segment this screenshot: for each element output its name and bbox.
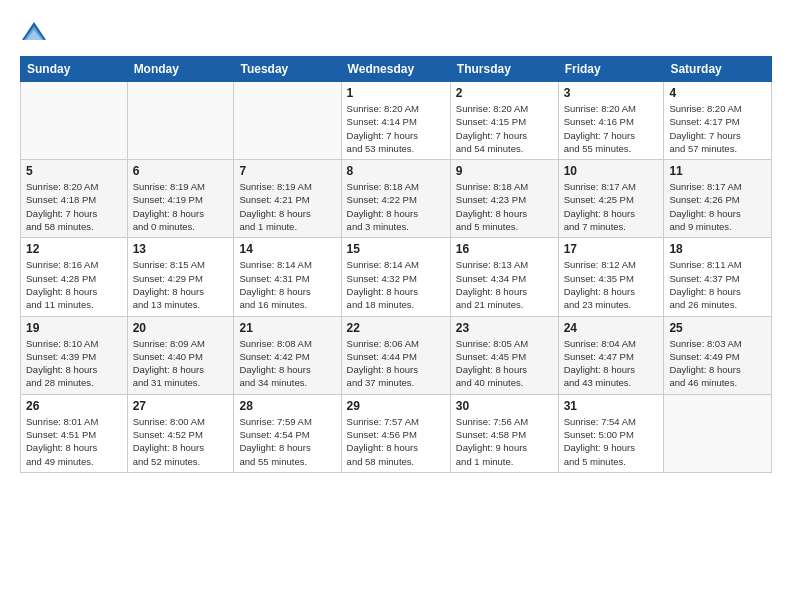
day-info: Sunrise: 8:20 AM Sunset: 4:15 PM Dayligh… bbox=[456, 102, 553, 155]
day-number: 5 bbox=[26, 164, 122, 178]
day-number: 17 bbox=[564, 242, 659, 256]
day-number: 2 bbox=[456, 86, 553, 100]
day-number: 10 bbox=[564, 164, 659, 178]
week-row-4: 19Sunrise: 8:10 AM Sunset: 4:39 PM Dayli… bbox=[21, 316, 772, 394]
day-info: Sunrise: 8:08 AM Sunset: 4:42 PM Dayligh… bbox=[239, 337, 335, 390]
day-number: 26 bbox=[26, 399, 122, 413]
day-info: Sunrise: 7:57 AM Sunset: 4:56 PM Dayligh… bbox=[347, 415, 445, 468]
day-cell: 28Sunrise: 7:59 AM Sunset: 4:54 PM Dayli… bbox=[234, 394, 341, 472]
day-info: Sunrise: 8:15 AM Sunset: 4:29 PM Dayligh… bbox=[133, 258, 229, 311]
day-cell: 7Sunrise: 8:19 AM Sunset: 4:21 PM Daylig… bbox=[234, 160, 341, 238]
day-info: Sunrise: 8:14 AM Sunset: 4:31 PM Dayligh… bbox=[239, 258, 335, 311]
day-number: 1 bbox=[347, 86, 445, 100]
day-number: 24 bbox=[564, 321, 659, 335]
day-cell: 3Sunrise: 8:20 AM Sunset: 4:16 PM Daylig… bbox=[558, 82, 664, 160]
day-number: 20 bbox=[133, 321, 229, 335]
logo bbox=[20, 18, 52, 46]
day-cell: 10Sunrise: 8:17 AM Sunset: 4:25 PM Dayli… bbox=[558, 160, 664, 238]
col-header-saturday: Saturday bbox=[664, 57, 772, 82]
header-row: SundayMondayTuesdayWednesdayThursdayFrid… bbox=[21, 57, 772, 82]
day-cell: 9Sunrise: 8:18 AM Sunset: 4:23 PM Daylig… bbox=[450, 160, 558, 238]
col-header-sunday: Sunday bbox=[21, 57, 128, 82]
day-cell: 12Sunrise: 8:16 AM Sunset: 4:28 PM Dayli… bbox=[21, 238, 128, 316]
day-cell bbox=[127, 82, 234, 160]
day-info: Sunrise: 8:17 AM Sunset: 4:25 PM Dayligh… bbox=[564, 180, 659, 233]
day-info: Sunrise: 7:56 AM Sunset: 4:58 PM Dayligh… bbox=[456, 415, 553, 468]
day-info: Sunrise: 8:18 AM Sunset: 4:22 PM Dayligh… bbox=[347, 180, 445, 233]
day-cell: 21Sunrise: 8:08 AM Sunset: 4:42 PM Dayli… bbox=[234, 316, 341, 394]
day-number: 7 bbox=[239, 164, 335, 178]
day-cell: 15Sunrise: 8:14 AM Sunset: 4:32 PM Dayli… bbox=[341, 238, 450, 316]
week-row-1: 1Sunrise: 8:20 AM Sunset: 4:14 PM Daylig… bbox=[21, 82, 772, 160]
day-cell: 1Sunrise: 8:20 AM Sunset: 4:14 PM Daylig… bbox=[341, 82, 450, 160]
day-info: Sunrise: 8:09 AM Sunset: 4:40 PM Dayligh… bbox=[133, 337, 229, 390]
day-number: 14 bbox=[239, 242, 335, 256]
day-number: 18 bbox=[669, 242, 766, 256]
day-cell: 16Sunrise: 8:13 AM Sunset: 4:34 PM Dayli… bbox=[450, 238, 558, 316]
day-info: Sunrise: 8:12 AM Sunset: 4:35 PM Dayligh… bbox=[564, 258, 659, 311]
week-row-5: 26Sunrise: 8:01 AM Sunset: 4:51 PM Dayli… bbox=[21, 394, 772, 472]
day-number: 4 bbox=[669, 86, 766, 100]
day-cell: 24Sunrise: 8:04 AM Sunset: 4:47 PM Dayli… bbox=[558, 316, 664, 394]
day-info: Sunrise: 8:05 AM Sunset: 4:45 PM Dayligh… bbox=[456, 337, 553, 390]
day-number: 16 bbox=[456, 242, 553, 256]
day-number: 23 bbox=[456, 321, 553, 335]
day-info: Sunrise: 8:18 AM Sunset: 4:23 PM Dayligh… bbox=[456, 180, 553, 233]
page: SundayMondayTuesdayWednesdayThursdayFrid… bbox=[0, 0, 792, 612]
day-cell: 11Sunrise: 8:17 AM Sunset: 4:26 PM Dayli… bbox=[664, 160, 772, 238]
day-info: Sunrise: 8:00 AM Sunset: 4:52 PM Dayligh… bbox=[133, 415, 229, 468]
day-number: 9 bbox=[456, 164, 553, 178]
col-header-tuesday: Tuesday bbox=[234, 57, 341, 82]
col-header-thursday: Thursday bbox=[450, 57, 558, 82]
day-number: 27 bbox=[133, 399, 229, 413]
day-cell: 19Sunrise: 8:10 AM Sunset: 4:39 PM Dayli… bbox=[21, 316, 128, 394]
week-row-3: 12Sunrise: 8:16 AM Sunset: 4:28 PM Dayli… bbox=[21, 238, 772, 316]
day-number: 31 bbox=[564, 399, 659, 413]
day-info: Sunrise: 8:03 AM Sunset: 4:49 PM Dayligh… bbox=[669, 337, 766, 390]
day-info: Sunrise: 8:19 AM Sunset: 4:21 PM Dayligh… bbox=[239, 180, 335, 233]
day-number: 13 bbox=[133, 242, 229, 256]
day-info: Sunrise: 8:04 AM Sunset: 4:47 PM Dayligh… bbox=[564, 337, 659, 390]
day-cell: 17Sunrise: 8:12 AM Sunset: 4:35 PM Dayli… bbox=[558, 238, 664, 316]
day-number: 28 bbox=[239, 399, 335, 413]
day-number: 11 bbox=[669, 164, 766, 178]
day-number: 12 bbox=[26, 242, 122, 256]
day-info: Sunrise: 7:59 AM Sunset: 4:54 PM Dayligh… bbox=[239, 415, 335, 468]
day-number: 15 bbox=[347, 242, 445, 256]
day-cell: 18Sunrise: 8:11 AM Sunset: 4:37 PM Dayli… bbox=[664, 238, 772, 316]
day-info: Sunrise: 8:20 AM Sunset: 4:14 PM Dayligh… bbox=[347, 102, 445, 155]
day-info: Sunrise: 8:14 AM Sunset: 4:32 PM Dayligh… bbox=[347, 258, 445, 311]
day-cell: 26Sunrise: 8:01 AM Sunset: 4:51 PM Dayli… bbox=[21, 394, 128, 472]
day-number: 22 bbox=[347, 321, 445, 335]
day-cell: 14Sunrise: 8:14 AM Sunset: 4:31 PM Dayli… bbox=[234, 238, 341, 316]
day-info: Sunrise: 8:20 AM Sunset: 4:16 PM Dayligh… bbox=[564, 102, 659, 155]
day-info: Sunrise: 8:16 AM Sunset: 4:28 PM Dayligh… bbox=[26, 258, 122, 311]
day-number: 29 bbox=[347, 399, 445, 413]
day-number: 19 bbox=[26, 321, 122, 335]
day-cell: 8Sunrise: 8:18 AM Sunset: 4:22 PM Daylig… bbox=[341, 160, 450, 238]
logo-icon bbox=[20, 18, 48, 46]
day-number: 3 bbox=[564, 86, 659, 100]
day-cell: 29Sunrise: 7:57 AM Sunset: 4:56 PM Dayli… bbox=[341, 394, 450, 472]
day-info: Sunrise: 8:17 AM Sunset: 4:26 PM Dayligh… bbox=[669, 180, 766, 233]
col-header-wednesday: Wednesday bbox=[341, 57, 450, 82]
day-number: 8 bbox=[347, 164, 445, 178]
day-info: Sunrise: 8:06 AM Sunset: 4:44 PM Dayligh… bbox=[347, 337, 445, 390]
col-header-friday: Friday bbox=[558, 57, 664, 82]
day-cell bbox=[21, 82, 128, 160]
day-cell: 20Sunrise: 8:09 AM Sunset: 4:40 PM Dayli… bbox=[127, 316, 234, 394]
day-cell: 31Sunrise: 7:54 AM Sunset: 5:00 PM Dayli… bbox=[558, 394, 664, 472]
day-info: Sunrise: 8:19 AM Sunset: 4:19 PM Dayligh… bbox=[133, 180, 229, 233]
day-cell: 5Sunrise: 8:20 AM Sunset: 4:18 PM Daylig… bbox=[21, 160, 128, 238]
day-cell bbox=[664, 394, 772, 472]
day-info: Sunrise: 8:20 AM Sunset: 4:18 PM Dayligh… bbox=[26, 180, 122, 233]
day-cell: 27Sunrise: 8:00 AM Sunset: 4:52 PM Dayli… bbox=[127, 394, 234, 472]
day-cell: 25Sunrise: 8:03 AM Sunset: 4:49 PM Dayli… bbox=[664, 316, 772, 394]
day-info: Sunrise: 8:13 AM Sunset: 4:34 PM Dayligh… bbox=[456, 258, 553, 311]
day-info: Sunrise: 8:10 AM Sunset: 4:39 PM Dayligh… bbox=[26, 337, 122, 390]
day-number: 21 bbox=[239, 321, 335, 335]
day-info: Sunrise: 8:01 AM Sunset: 4:51 PM Dayligh… bbox=[26, 415, 122, 468]
day-info: Sunrise: 7:54 AM Sunset: 5:00 PM Dayligh… bbox=[564, 415, 659, 468]
day-cell: 6Sunrise: 8:19 AM Sunset: 4:19 PM Daylig… bbox=[127, 160, 234, 238]
day-number: 25 bbox=[669, 321, 766, 335]
